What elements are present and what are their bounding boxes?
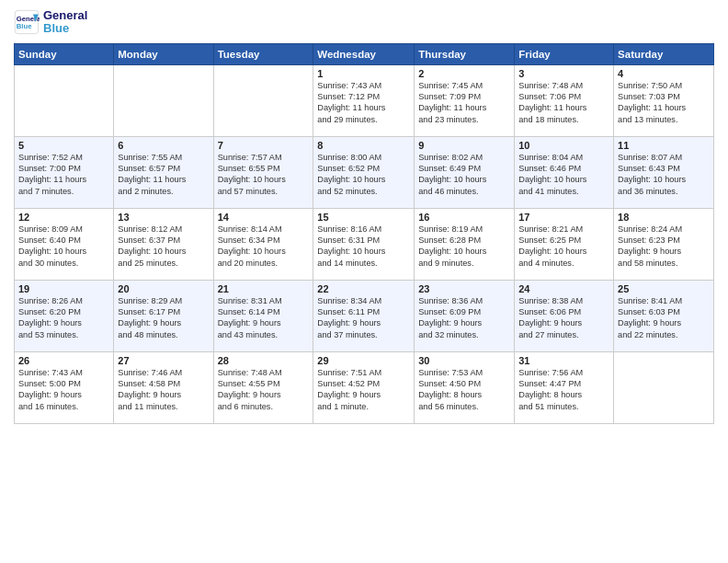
calendar-cell: 30Sunrise: 7:53 AM Sunset: 4:50 PM Dayli… <box>415 351 515 423</box>
calendar-row: 19Sunrise: 8:26 AM Sunset: 6:20 PM Dayli… <box>15 280 714 351</box>
day-number: 25 <box>618 283 710 294</box>
cell-content: Sunrise: 7:43 AM Sunset: 5:00 PM Dayligh… <box>18 367 109 413</box>
day-number: 31 <box>518 355 609 366</box>
cell-content: Sunrise: 8:34 AM Sunset: 6:11 PM Dayligh… <box>317 295 410 341</box>
day-number: 12 <box>18 212 109 223</box>
calendar-cell: 25Sunrise: 8:41 AM Sunset: 6:03 PM Dayli… <box>614 280 714 351</box>
calendar-cell <box>614 351 714 423</box>
calendar-cell: 12Sunrise: 8:09 AM Sunset: 6:40 PM Dayli… <box>15 208 114 280</box>
calendar-cell: 18Sunrise: 8:24 AM Sunset: 6:23 PM Dayli… <box>614 208 714 280</box>
day-number: 24 <box>518 283 609 294</box>
cell-content: Sunrise: 8:38 AM Sunset: 6:06 PM Dayligh… <box>518 295 609 341</box>
cell-content: Sunrise: 7:48 AM Sunset: 4:55 PM Dayligh… <box>218 367 310 413</box>
calendar-cell: 27Sunrise: 7:46 AM Sunset: 4:58 PM Dayli… <box>114 351 213 423</box>
day-number: 4 <box>618 68 710 79</box>
cell-content: Sunrise: 7:46 AM Sunset: 4:58 PM Dayligh… <box>118 367 209 413</box>
cell-content: Sunrise: 8:24 AM Sunset: 6:23 PM Dayligh… <box>618 224 710 270</box>
calendar-cell: 1Sunrise: 7:43 AM Sunset: 7:12 PM Daylig… <box>313 64 415 136</box>
weekday-monday: Monday <box>114 43 213 64</box>
cell-content: Sunrise: 7:48 AM Sunset: 7:06 PM Dayligh… <box>518 80 609 126</box>
day-number: 13 <box>118 212 209 223</box>
weekday-friday: Friday <box>515 43 614 64</box>
calendar-cell: 13Sunrise: 8:12 AM Sunset: 6:37 PM Dayli… <box>114 208 213 280</box>
calendar-cell: 19Sunrise: 8:26 AM Sunset: 6:20 PM Dayli… <box>15 280 114 351</box>
cell-content: Sunrise: 8:26 AM Sunset: 6:20 PM Dayligh… <box>18 295 109 341</box>
calendar-cell: 8Sunrise: 8:00 AM Sunset: 6:52 PM Daylig… <box>313 136 415 208</box>
calendar-cell <box>213 64 313 136</box>
calendar-cell: 5Sunrise: 7:52 AM Sunset: 7:00 PM Daylig… <box>15 136 114 208</box>
day-number: 8 <box>317 140 410 151</box>
cell-content: Sunrise: 8:41 AM Sunset: 6:03 PM Dayligh… <box>618 295 710 341</box>
logo-icon: General Blue <box>14 9 40 35</box>
day-number: 5 <box>18 140 109 151</box>
day-number: 16 <box>418 212 510 223</box>
header: General Blue General Blue <box>14 9 714 36</box>
calendar-cell: 2Sunrise: 7:45 AM Sunset: 7:09 PM Daylig… <box>415 64 515 136</box>
day-number: 9 <box>418 140 510 151</box>
day-number: 17 <box>518 212 609 223</box>
cell-content: Sunrise: 8:00 AM Sunset: 6:52 PM Dayligh… <box>317 152 410 198</box>
calendar-cell: 24Sunrise: 8:38 AM Sunset: 6:06 PM Dayli… <box>515 280 614 351</box>
cell-content: Sunrise: 7:43 AM Sunset: 7:12 PM Dayligh… <box>317 80 410 126</box>
day-number: 11 <box>618 140 710 151</box>
day-number: 23 <box>418 283 510 294</box>
logo: General Blue General Blue <box>14 9 87 36</box>
day-number: 7 <box>218 140 310 151</box>
logo-blue: Blue <box>43 22 87 35</box>
day-number: 30 <box>418 355 510 366</box>
cell-content: Sunrise: 8:16 AM Sunset: 6:31 PM Dayligh… <box>317 224 410 270</box>
calendar-cell <box>15 64 114 136</box>
weekday-saturday: Saturday <box>614 43 714 64</box>
cell-content: Sunrise: 8:14 AM Sunset: 6:34 PM Dayligh… <box>218 224 310 270</box>
calendar-cell: 20Sunrise: 8:29 AM Sunset: 6:17 PM Dayli… <box>114 280 213 351</box>
day-number: 14 <box>218 212 310 223</box>
day-number: 21 <box>218 283 310 294</box>
cell-content: Sunrise: 8:09 AM Sunset: 6:40 PM Dayligh… <box>18 224 109 270</box>
cell-content: Sunrise: 8:29 AM Sunset: 6:17 PM Dayligh… <box>118 295 209 341</box>
day-number: 3 <box>518 68 609 79</box>
cell-content: Sunrise: 7:57 AM Sunset: 6:55 PM Dayligh… <box>218 152 310 198</box>
calendar-cell: 29Sunrise: 7:51 AM Sunset: 4:52 PM Dayli… <box>313 351 415 423</box>
cell-content: Sunrise: 7:50 AM Sunset: 7:03 PM Dayligh… <box>618 80 710 126</box>
calendar-cell: 15Sunrise: 8:16 AM Sunset: 6:31 PM Dayli… <box>313 208 415 280</box>
day-number: 22 <box>317 283 410 294</box>
calendar-table: SundayMondayTuesdayWednesdayThursdayFrid… <box>14 43 714 424</box>
cell-content: Sunrise: 8:02 AM Sunset: 6:49 PM Dayligh… <box>418 152 510 198</box>
calendar-cell: 6Sunrise: 7:55 AM Sunset: 6:57 PM Daylig… <box>114 136 213 208</box>
cell-content: Sunrise: 7:55 AM Sunset: 6:57 PM Dayligh… <box>118 152 209 198</box>
svg-text:Blue: Blue <box>17 22 32 30</box>
calendar-cell: 7Sunrise: 7:57 AM Sunset: 6:55 PM Daylig… <box>213 136 313 208</box>
calendar-cell: 10Sunrise: 8:04 AM Sunset: 6:46 PM Dayli… <box>515 136 614 208</box>
calendar-row: 5Sunrise: 7:52 AM Sunset: 7:00 PM Daylig… <box>15 136 714 208</box>
calendar-row: 1Sunrise: 7:43 AM Sunset: 7:12 PM Daylig… <box>15 64 714 136</box>
weekday-wednesday: Wednesday <box>313 43 415 64</box>
cell-content: Sunrise: 8:31 AM Sunset: 6:14 PM Dayligh… <box>218 295 310 341</box>
calendar-row: 26Sunrise: 7:43 AM Sunset: 5:00 PM Dayli… <box>15 351 714 423</box>
cell-content: Sunrise: 7:53 AM Sunset: 4:50 PM Dayligh… <box>418 367 510 413</box>
calendar-cell: 28Sunrise: 7:48 AM Sunset: 4:55 PM Dayli… <box>213 351 313 423</box>
day-number: 15 <box>317 212 410 223</box>
day-number: 2 <box>418 68 510 79</box>
calendar-cell: 22Sunrise: 8:34 AM Sunset: 6:11 PM Dayli… <box>313 280 415 351</box>
cell-content: Sunrise: 7:45 AM Sunset: 7:09 PM Dayligh… <box>418 80 510 126</box>
weekday-tuesday: Tuesday <box>213 43 313 64</box>
calendar-cell: 11Sunrise: 8:07 AM Sunset: 6:43 PM Dayli… <box>614 136 714 208</box>
day-number: 27 <box>118 355 209 366</box>
weekday-thursday: Thursday <box>415 43 515 64</box>
cell-content: Sunrise: 8:36 AM Sunset: 6:09 PM Dayligh… <box>418 295 510 341</box>
calendar-cell: 16Sunrise: 8:19 AM Sunset: 6:28 PM Dayli… <box>415 208 515 280</box>
calendar-cell: 26Sunrise: 7:43 AM Sunset: 5:00 PM Dayli… <box>15 351 114 423</box>
calendar-cell: 23Sunrise: 8:36 AM Sunset: 6:09 PM Dayli… <box>415 280 515 351</box>
calendar-cell: 4Sunrise: 7:50 AM Sunset: 7:03 PM Daylig… <box>614 64 714 136</box>
cell-content: Sunrise: 8:19 AM Sunset: 6:28 PM Dayligh… <box>418 224 510 270</box>
day-number: 6 <box>118 140 209 151</box>
day-number: 19 <box>18 283 109 294</box>
cell-content: Sunrise: 8:07 AM Sunset: 6:43 PM Dayligh… <box>618 152 710 198</box>
calendar-cell: 3Sunrise: 7:48 AM Sunset: 7:06 PM Daylig… <box>515 64 614 136</box>
day-number: 18 <box>618 212 710 223</box>
calendar-cell: 14Sunrise: 8:14 AM Sunset: 6:34 PM Dayli… <box>213 208 313 280</box>
cell-content: Sunrise: 8:12 AM Sunset: 6:37 PM Dayligh… <box>118 224 209 270</box>
day-number: 20 <box>118 283 209 294</box>
calendar-cell: 21Sunrise: 8:31 AM Sunset: 6:14 PM Dayli… <box>213 280 313 351</box>
day-number: 26 <box>18 355 109 366</box>
